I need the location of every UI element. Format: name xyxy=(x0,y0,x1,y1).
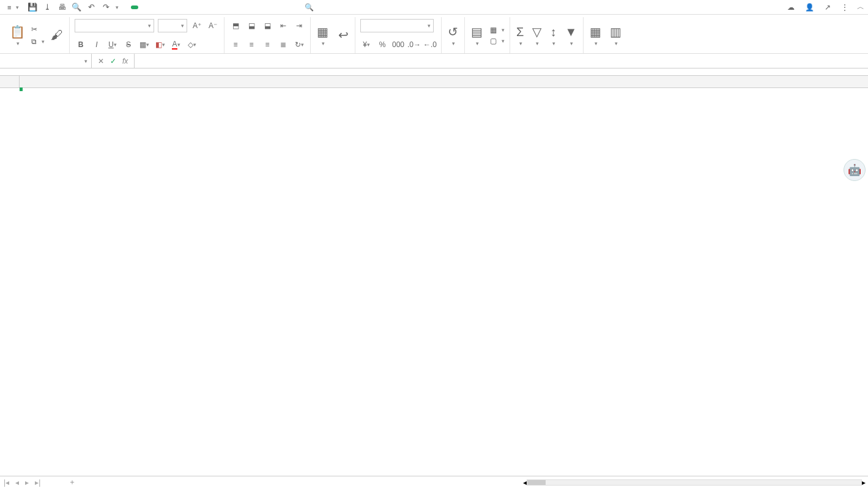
italic-icon[interactable]: I xyxy=(91,39,103,51)
fill-color-icon[interactable]: ◧▾ xyxy=(154,39,166,51)
share-button[interactable]: ↗ xyxy=(825,3,833,12)
export-icon[interactable]: ⤓ xyxy=(42,2,52,12)
last-sheet-icon[interactable]: ▸| xyxy=(34,478,42,487)
table-style-button[interactable]: ▦▾ xyxy=(490,26,505,34)
scroll-thumb[interactable] xyxy=(527,480,546,485)
tab-insert[interactable] xyxy=(149,6,157,9)
font-color-icon[interactable]: A▾ xyxy=(170,39,182,51)
decrease-font-icon[interactable]: A⁻ xyxy=(207,20,219,32)
indent-inc-icon[interactable]: ⇥ xyxy=(293,20,305,32)
copy-button[interactable]: ⧉▾ xyxy=(31,37,45,46)
percent-icon[interactable]: % xyxy=(376,39,388,51)
orientation-icon[interactable]: ↻▾ xyxy=(293,39,305,51)
cells-button[interactable]: ▦▾ xyxy=(588,18,603,53)
filter-button[interactable]: ▽▾ xyxy=(531,18,543,53)
horizontal-scrollbar[interactable]: ◂ ▸ xyxy=(523,479,866,486)
sort-icon: ↕ xyxy=(550,25,556,39)
cell-style-button[interactable]: ▢▾ xyxy=(490,37,505,45)
justify-icon[interactable]: ≣ xyxy=(277,39,289,51)
merge-group: ▦▾ ↩ xyxy=(311,17,355,53)
font-name-select[interactable]: ▾ xyxy=(75,19,154,32)
chevron-down-icon[interactable]: ▾ xyxy=(116,4,119,10)
paste-button[interactable]: 📋 ▾ xyxy=(9,18,26,53)
tab-view[interactable] xyxy=(241,6,248,9)
save-icon[interactable]: 💾 xyxy=(28,2,37,12)
font-size-select[interactable]: ▾ xyxy=(158,19,187,32)
tab-formula[interactable] xyxy=(186,6,193,9)
prev-sheet-icon[interactable]: ◂ xyxy=(14,478,20,487)
first-sheet-icon[interactable]: |◂ xyxy=(2,478,10,487)
collab-button[interactable]: 👤 xyxy=(805,3,816,12)
cloud-status[interactable]: ☁ xyxy=(787,3,796,12)
tab-review[interactable] xyxy=(223,6,230,9)
align-middle-icon[interactable]: ⬓ xyxy=(245,20,258,32)
increase-font-icon[interactable]: A⁺ xyxy=(191,20,203,32)
print-preview-icon[interactable]: 🔍 xyxy=(72,2,81,12)
comma-icon[interactable]: 000 xyxy=(392,39,404,51)
header-spacer xyxy=(0,68,868,76)
sum-button[interactable]: Σ▾ xyxy=(515,18,525,53)
strike-icon[interactable]: S xyxy=(122,39,135,51)
bold-icon[interactable]: B xyxy=(75,39,87,51)
wrap-icon: ↩ xyxy=(338,28,349,42)
sort-button[interactable]: ↕▾ xyxy=(549,18,557,53)
fill-button[interactable]: ▼▾ xyxy=(563,18,578,53)
search-icon: 🔍 xyxy=(305,3,314,12)
inc-decimal-icon[interactable]: .0→ xyxy=(408,39,420,51)
menu-bar: ≡ ▾ 💾 ⤓ 🖶 🔍 ↶ ↷ ▾ 🔍 xyxy=(0,0,868,15)
border-icon[interactable]: ▦▾ xyxy=(138,39,150,51)
redo-icon[interactable]: ↷ xyxy=(101,2,111,12)
tab-data[interactable] xyxy=(204,6,212,9)
align-bottom-icon[interactable]: ⬓ xyxy=(261,20,273,32)
tab-dev[interactable] xyxy=(259,6,267,9)
next-sheet-icon[interactable]: ▸ xyxy=(24,478,30,487)
tab-layout[interactable] xyxy=(168,6,175,9)
align-right-icon[interactable]: ≡ xyxy=(261,39,273,51)
hamburger-icon: ≡ xyxy=(7,4,11,11)
scroll-right-icon[interactable]: ▸ xyxy=(862,478,866,487)
command-search[interactable]: 🔍 xyxy=(305,3,314,12)
convert-icon: ↺ xyxy=(448,24,458,39)
type-convert-button[interactable]: ↺▾ xyxy=(447,18,459,53)
confirm-icon[interactable]: ✓ xyxy=(110,57,116,65)
align-left-icon[interactable]: ≡ xyxy=(229,39,242,51)
user-icon: 👤 xyxy=(805,3,814,12)
funnel-icon: ▽ xyxy=(532,24,541,39)
select-all-corner[interactable] xyxy=(0,76,20,88)
clear-format-icon[interactable]: ◇▾ xyxy=(186,39,198,51)
more-icon[interactable]: ⋮ xyxy=(841,3,848,12)
dec-decimal-icon[interactable]: ←.0 xyxy=(424,39,436,51)
column-headers xyxy=(20,76,868,88)
indent-dec-icon[interactable]: ⇤ xyxy=(277,20,289,32)
print-icon[interactable]: 🖶 xyxy=(57,2,67,12)
share-icon: ↗ xyxy=(825,3,831,12)
formula-input[interactable] xyxy=(135,54,868,68)
name-box[interactable]: ▾ xyxy=(0,54,92,68)
collapse-ribbon-icon[interactable]: ︿ xyxy=(857,2,864,12)
copy-icon: ⧉ xyxy=(31,37,37,46)
add-sheet-button[interactable]: ＋ xyxy=(64,477,81,487)
format-painter-button[interactable]: 🖌 xyxy=(50,18,64,53)
currency-icon[interactable]: ¥▾ xyxy=(360,39,373,51)
underline-icon[interactable]: U▾ xyxy=(106,39,119,51)
number-format-select[interactable]: ▾ xyxy=(360,19,434,32)
merge-icon: ▦ xyxy=(317,24,328,39)
table-icon: ▦ xyxy=(490,26,497,34)
spreadsheet-grid xyxy=(0,76,868,476)
merge-button[interactable]: ▦▾ xyxy=(316,18,330,53)
fx-icon[interactable]: fx xyxy=(122,57,128,65)
rowscols-icon: ▥ xyxy=(610,24,621,39)
assistant-bubble[interactable]: 🤖 xyxy=(844,159,866,181)
rowscols-button[interactable]: ▥▾ xyxy=(609,18,623,53)
tab-start[interactable] xyxy=(131,6,138,9)
align-top-icon[interactable]: ⬒ xyxy=(229,20,242,32)
file-menu[interactable]: ≡ ▾ xyxy=(4,2,23,12)
styles-group: ▤▾ ▦▾ ▢▾ xyxy=(465,17,510,53)
cut-button[interactable]: ✂ xyxy=(31,25,45,34)
cancel-icon[interactable]: ✕ xyxy=(98,57,104,65)
tab-vip[interactable] xyxy=(278,6,285,9)
align-center-icon[interactable]: ≡ xyxy=(245,39,258,51)
undo-icon[interactable]: ↶ xyxy=(86,2,96,12)
wrap-button[interactable]: ↩ xyxy=(337,18,350,53)
cond-format-button[interactable]: ▤▾ xyxy=(470,18,484,53)
